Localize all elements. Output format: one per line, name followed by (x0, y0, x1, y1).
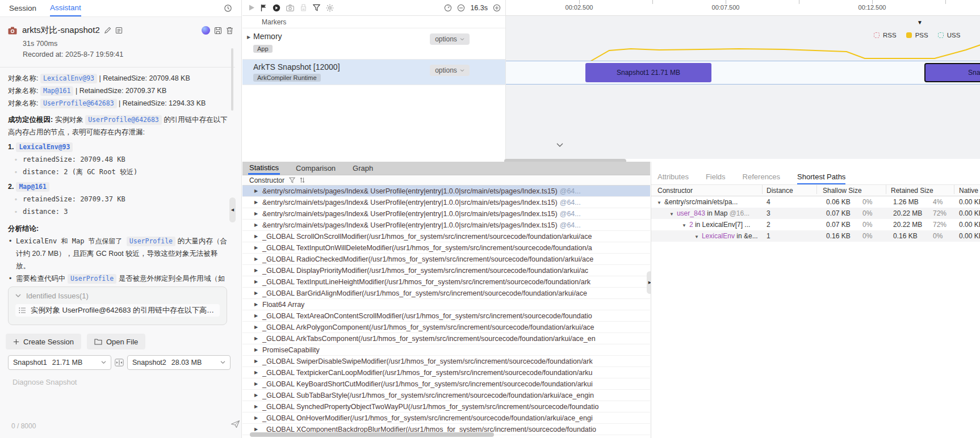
constructor-row[interactable]: _GLOBAL SynchedPropertyObjectTwoWayPU(/u… (242, 401, 650, 412)
record-icon[interactable] (273, 4, 280, 12)
shortest-path-row[interactable]: LexicalEnv in &e... 1 0.16 KB 0% 0.16 KB… (651, 230, 980, 242)
collapse-arrow-icon[interactable] (682, 223, 686, 228)
tab-session[interactable]: Session (9, 0, 36, 16)
constructor-row[interactable]: &entry/src/main/ets/pages/Index& UserPro… (242, 208, 650, 220)
expand-arrow-icon[interactable] (254, 393, 262, 398)
expand-arrow-icon[interactable] (254, 290, 262, 296)
arkts-snapshot-track[interactable]: Snapshot1 21.71 MB Snapshot2 28.03 MB (506, 61, 980, 85)
filter-icon[interactable] (313, 4, 320, 11)
shortest-path-row[interactable]: user_843 in Map @16... 3 0.07 KB 0% 20.2… (651, 208, 980, 219)
shortest-path-row[interactable]: 2 in LexicalEnv[7] ... 2 0.07 KB 0% 20.2… (651, 219, 980, 230)
expand-arrow-icon[interactable] (254, 427, 262, 432)
collapse-arrow-icon[interactable] (694, 234, 699, 239)
legend-item[interactable]: PSS (906, 32, 928, 39)
snapshot-block[interactable]: Snapshot1 21.71 MB (585, 63, 711, 82)
constructor-row[interactable]: _GLOBAL RadioCheckedModifier(/usr1/hmos_… (242, 254, 650, 265)
constructor-row[interactable]: _GLOBAL KeyBoardShortCutModifier(/usr1/h… (242, 378, 650, 390)
timeline-marker-icon[interactable]: ▼ (917, 19, 923, 26)
expand-arrow-icon[interactable] (254, 347, 262, 352)
expand-arrow-icon[interactable] (254, 336, 262, 341)
constructor-row[interactable]: &entry/src/main/ets/pages/Index& UserPro… (242, 220, 650, 231)
details-table-header[interactable]: Constructor Distance Shallow Size Retain… (651, 184, 980, 196)
clear-brush-icon[interactable] (300, 4, 307, 11)
history-clock-icon[interactable] (224, 0, 232, 16)
constructor-row[interactable]: _GLOBAL BarGridAlignModifier(/usr1/hmos_… (242, 288, 650, 299)
object-chip[interactable]: Map@161 (40, 86, 73, 96)
expand-arrow-icon[interactable] (254, 188, 262, 193)
notes-icon[interactable] (115, 27, 123, 34)
details-tab[interactable]: Fields (706, 172, 726, 184)
constructor-row[interactable]: _GLOBAL ArkTabsComponent(/usr1/hmos_for_… (242, 333, 650, 344)
object-chip[interactable]: Map@161 (16, 182, 49, 192)
left-panel-scrollbar[interactable] (231, 48, 233, 111)
expand-arrow-icon[interactable] (254, 404, 262, 409)
sort-icon[interactable] (300, 177, 305, 183)
memory-options-button[interactable]: options (430, 33, 470, 45)
constructor-row[interactable]: _GLOBAL TextAreaOnContentScrollModifier(… (242, 310, 650, 322)
collapse-arrow-icon[interactable] (669, 212, 674, 217)
tab-assistant[interactable]: Assistant (50, 0, 81, 16)
constructor-row[interactable]: _GLOBAL OnHoverModifier(/usr1/hmos_for_s… (242, 412, 650, 424)
constructor-row[interactable]: Float64 Array (242, 299, 650, 310)
collapse-arrow-icon[interactable] (657, 200, 661, 205)
diagnose-input[interactable]: Diagnose Snapshot (12, 378, 77, 386)
timeline-ruler[interactable]: 00:02.500 00:07.500 00:12.500 (505, 0, 980, 16)
statistics-tab[interactable]: Statistics (248, 162, 280, 175)
timeline-chart-area[interactable]: RSS PSS USS ▼ Sn (505, 16, 980, 159)
expand-arrow-icon[interactable] (254, 370, 262, 375)
flag-icon[interactable] (261, 4, 267, 12)
memory-track-row[interactable]: ▶ Memory App options (242, 28, 505, 60)
object-chip[interactable]: UserProfile (127, 237, 175, 246)
expand-arrow-icon[interactable] (254, 313, 262, 318)
expand-arrow-icon[interactable] (254, 302, 262, 307)
save-session-icon[interactable] (214, 27, 222, 35)
collapse-left-panel-handle[interactable]: ◀ (229, 197, 236, 222)
send-icon[interactable] (231, 420, 240, 428)
create-session-button[interactable]: Create Session (6, 334, 81, 349)
expand-arrow-icon[interactable]: ▶ (247, 35, 250, 40)
constructor-row[interactable]: &entry/src/main/ets/pages/Index& UserPro… (242, 186, 650, 197)
constructor-row[interactable]: _GLOBAL ArkPolygonComponent(/usr1/hmos_f… (242, 322, 650, 333)
object-chip[interactable]: LexicalEnv@93 (40, 74, 97, 83)
expand-arrow-icon[interactable] (254, 268, 262, 273)
legend-item[interactable]: RSS (874, 32, 897, 39)
zoom-out-icon[interactable] (457, 4, 465, 12)
constructor-header[interactable]: Constructor (242, 175, 650, 186)
object-chip[interactable]: UserProfile (68, 274, 116, 284)
rename-icon[interactable] (104, 27, 111, 34)
expand-arrow-icon[interactable] (254, 200, 262, 205)
expand-panel-chevron-icon[interactable] (556, 143, 563, 147)
expand-arrow-icon[interactable] (254, 256, 262, 262)
screenshot-camera-icon[interactable] (286, 5, 294, 11)
constructor-row[interactable]: _GLOBAL TextpickerCanLoopModifier(/usr1/… (242, 367, 650, 378)
statistics-tab[interactable]: Graph (351, 162, 374, 175)
constructor-row[interactable]: PromiseCapability (242, 344, 650, 356)
play-icon[interactable] (248, 4, 255, 11)
ai-assistant-icon[interactable] (202, 26, 210, 35)
legend-item[interactable]: USS (938, 32, 961, 39)
constructor-row[interactable]: _GLOBAL ScrollOnScrollModifier(/usr1/hmo… (242, 231, 650, 242)
expand-arrow-icon[interactable] (254, 381, 262, 386)
expand-arrow-icon[interactable] (254, 234, 262, 239)
expand-arrow-icon[interactable] (254, 222, 262, 228)
constructor-row[interactable]: _GLOBAL TextInputLineHeightModifier(/usr… (242, 276, 650, 288)
statistics-tab[interactable]: Comparison (295, 162, 337, 175)
expand-arrow-icon[interactable] (254, 211, 262, 216)
object-chip[interactable]: UserProfile@642683 (85, 115, 162, 125)
gear-icon[interactable] (326, 4, 334, 12)
expand-arrow-icon[interactable] (254, 245, 262, 250)
snapshot1-select[interactable]: Snapshot121.71 MB (8, 355, 111, 370)
expand-arrow-icon[interactable] (254, 359, 262, 364)
constructor-row[interactable]: _GLOBAL SwiperDisableSwipeModifier(/usr1… (242, 356, 650, 367)
open-file-button[interactable]: Open File (87, 334, 145, 349)
object-chip[interactable]: LexicalEnv@93 (16, 142, 73, 152)
shortest-path-row[interactable]: &entry/src/main/ets/pa... 4 0.06 KB 0% 1… (651, 196, 980, 208)
constructor-row[interactable]: &entry/src/main/ets/pages/Index& UserPro… (242, 197, 650, 208)
details-tab[interactable]: Shortest Paths (797, 172, 845, 184)
identified-issue-item[interactable]: 实例对象 UserProfile@642683 的引用链中存在以下高内存... (15, 304, 220, 317)
zoom-in-icon[interactable] (493, 4, 501, 12)
arkts-snapshot-track-row[interactable]: ArkTS Snapshot [12000] ArkCompiler Runti… (242, 60, 505, 85)
constructor-row[interactable]: _GLOBAL TextInputOnWillDeleteModifier(/u… (242, 242, 650, 254)
expand-arrow-icon[interactable] (254, 325, 262, 330)
object-chip[interactable]: UserProfile@642683 (40, 99, 117, 108)
